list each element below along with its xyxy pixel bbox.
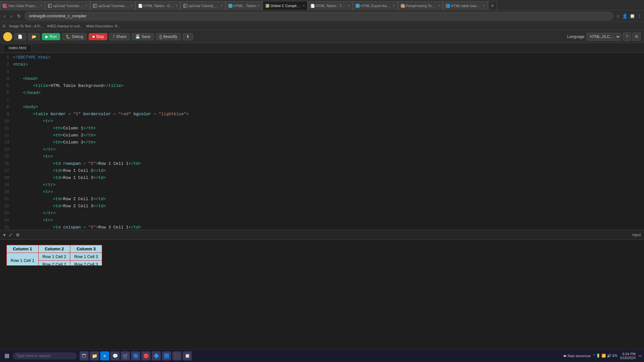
tab-close-8[interactable]: × — [348, 4, 350, 7]
tab-1[interactable]: 🧶 Yarn Owls Projects - Goo... × — [0, 1, 45, 10]
bookmark-image-to-text[interactable]: Image To Text - A Fr... — [9, 24, 43, 28]
tab-favicon-11: 📘 — [446, 4, 450, 8]
tab-favicon-2: 🎓 — [48, 4, 52, 8]
tab-close-7[interactable]: × — [303, 4, 305, 7]
tab-close-3[interactable]: × — [130, 4, 132, 7]
line-number: 8 — [0, 104, 13, 111]
save-button[interactable]: 💾 Save — [132, 33, 154, 40]
browser-tabs: 🧶 Yarn Owls Projects - Goo... × 🎓 upGrad… — [0, 0, 644, 10]
tab-11[interactable]: 📘 HTML table basics - Lear... × — [443, 1, 488, 10]
tab-label-9: HTML Expert Advice — [361, 4, 392, 8]
line-number: 22 — [0, 203, 13, 210]
code-line-16: 16 <td rowspan = "2">Row 1 Cell 1</td> — [0, 160, 644, 167]
panel-label: input — [632, 233, 641, 237]
line-content: <table border = "1" bordercolor = "red" … — [13, 111, 644, 117]
forward-button[interactable]: › — [9, 13, 14, 19]
reload-button[interactable]: ↻ — [16, 13, 22, 19]
code-line-15: 15 <tr> — [0, 153, 644, 160]
tab-10[interactable]: ✍️ Paraphrasing Tool - Quill... × — [398, 1, 443, 10]
tab-3[interactable]: 🎓 upGrad Tutorials: The Ul... × — [90, 1, 135, 10]
tab-close-4[interactable]: × — [176, 4, 178, 7]
code-line-18: 18 <td>Row 1 Cell 3</td> — [0, 174, 644, 181]
file-tab-index[interactable]: index.html — [3, 44, 32, 51]
download-button[interactable]: ⬇ — [183, 33, 193, 40]
language-select[interactable]: HTML,JS,C... — [586, 33, 621, 41]
tab-favicon-10: ✍️ — [401, 4, 405, 8]
line-number: 5 — [0, 82, 13, 89]
tab-label-8: HTML Tables - Table Tuti... — [316, 4, 347, 8]
line-number: 10 — [0, 118, 13, 125]
cell-r1c2: Row 1 Cell 2 — [38, 253, 70, 261]
panel-expand-icon[interactable]: ⤢ — [9, 232, 13, 237]
line-content: <td colspan = "3">Row 3 Cell 1</td> — [13, 224, 644, 230]
browser-profile-icon[interactable]: 👤 — [622, 14, 628, 19]
tab-close-9[interactable]: × — [393, 4, 395, 7]
line-content: <html> — [13, 61, 644, 68]
line-content: <td>Row 2 Cell 2</td> — [13, 196, 644, 202]
back-button[interactable]: ‹ — [3, 13, 7, 19]
extensions-icon[interactable]: 🔲 — [630, 14, 635, 19]
code-line-3: 3 — [0, 68, 644, 75]
tab-close-6[interactable]: × — [258, 4, 260, 7]
new-tab-button[interactable]: + — [488, 1, 497, 10]
stop-icon: ■ — [92, 34, 94, 39]
tab-7[interactable]: ⚡ Online C Compiler - onl... × — [263, 1, 308, 10]
tab-label-6: HTML - Tables — [234, 4, 256, 8]
settings-menu-icon[interactable]: ⋮ — [637, 14, 641, 19]
tab-2[interactable]: 🎓 upGrad Tutorials - Googl... × — [45, 1, 90, 10]
tab-label-11: HTML table basics - Lear... — [451, 4, 482, 8]
bookmark-g[interactable]: G — [3, 24, 5, 28]
bookmark-star-icon[interactable]: ☆ — [616, 14, 620, 19]
open-file-button[interactable]: 📂 — [28, 33, 40, 40]
code-line-9: 9 <table border = "1" bordercolor = "red… — [0, 111, 644, 118]
line-number: 12 — [0, 132, 13, 139]
panel-header: ▾ ⤢ ⚙ input — [0, 230, 644, 240]
settings-icon-button[interactable]: ⚙ — [632, 32, 641, 41]
line-content: <td>Row 1 Cell 2</td> — [13, 167, 644, 174]
line-content: <!DOCTYPE html> — [13, 54, 644, 61]
panel-collapse-icon[interactable]: ▾ — [3, 232, 5, 237]
tab-6[interactable]: 🌐 HTML - Tables × — [226, 1, 263, 10]
debug-button[interactable]: 🐛 Debug — [62, 33, 87, 40]
tab-4[interactable]: 📄 HTML Tables - Google D... × — [135, 1, 180, 10]
app-logo: ⚡ — [3, 32, 12, 41]
tab-close-11[interactable]: × — [483, 4, 485, 7]
lang-icon-group: ? ⚙ — [623, 32, 641, 41]
line-number: 13 — [0, 139, 13, 146]
help-icon-button[interactable]: ? — [623, 32, 631, 41]
tab-close-5[interactable]: × — [221, 4, 223, 7]
tab-close-2[interactable]: × — [85, 4, 87, 7]
bookmark-thaniya[interactable]: tHBZ) thaniya to cud... — [47, 24, 82, 28]
col-header-3: Column 3 — [70, 245, 102, 253]
new-file-button[interactable]: 📄 — [14, 33, 26, 40]
share-button[interactable]: ⤴ Share — [109, 33, 130, 40]
line-content: <head> — [13, 75, 644, 82]
line-content: <tr> — [13, 153, 644, 160]
line-number: 14 — [0, 146, 13, 153]
line-content: <th>Column 3</th> — [13, 139, 644, 146]
code-editor[interactable]: 1<!DOCTYPE html>2<html>3 4 <head>5 <titl… — [0, 53, 644, 230]
line-content: </tr> — [13, 181, 644, 188]
tab-9[interactable]: 🌐 HTML Expert Advice × — [353, 1, 398, 10]
run-button[interactable]: ▶ Run — [42, 33, 60, 40]
tab-close-1[interactable]: × — [40, 4, 42, 7]
code-line-6: 6 </head> — [0, 89, 644, 97]
beautify-button[interactable]: {} Beautify — [156, 33, 181, 40]
save-label: Save — [141, 34, 150, 39]
bookmark-meta[interactable]: Meta Description: R... — [86, 24, 120, 28]
line-number: 18 — [0, 174, 13, 181]
tab-5[interactable]: 🎓 upGrad Tutorial_HTML Ta... × — [180, 1, 226, 10]
stop-button[interactable]: ■ Stop — [89, 33, 107, 40]
tab-8[interactable]: 📄 HTML Tables - Table Tuti... × — [308, 1, 353, 10]
code-line-7: 7 — [0, 97, 644, 104]
line-number: 4 — [0, 75, 13, 82]
address-bar: ‹ › ↻ ☆ 👤 🔲 ⋮ — [0, 10, 644, 22]
code-line-24: 24 <tr> — [0, 217, 644, 224]
line-content: <td rowspan = "2">Row 1 Cell 1</td> — [13, 160, 644, 167]
url-bar[interactable] — [25, 12, 613, 20]
tab-close-10[interactable]: × — [438, 4, 440, 7]
code-line-4: 4 <head> — [0, 75, 644, 82]
panel-settings-icon[interactable]: ⚙ — [16, 232, 20, 237]
share-icon: ⤴ — [113, 34, 115, 39]
col-header-1: Column 1 — [7, 245, 39, 253]
